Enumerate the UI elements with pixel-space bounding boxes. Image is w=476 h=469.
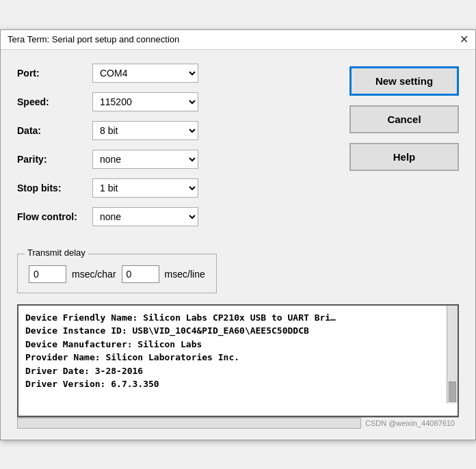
window-title: Tera Term: Serial port setup and connect… — [8, 34, 179, 44]
device-info-line2: Device Instance ID: USB\VID_10C4&PID_EA6… — [25, 324, 437, 338]
msec-char-label: msec/char — [72, 269, 116, 280]
transmit-delay-section: Transmit delay msec/char msec/line — [17, 254, 217, 293]
parity-row: Parity: none — [17, 150, 333, 169]
cancel-button[interactable]: Cancel — [349, 105, 459, 133]
stop-bits-row: Stop bits: 1 bit — [17, 178, 333, 198]
msec-char-row: msec/char msec/line — [29, 265, 205, 283]
device-info-line3: Device Manufacturer: Silicon Labs — [25, 338, 437, 351]
flow-control-select[interactable]: none — [92, 207, 198, 226]
close-button[interactable]: ✕ — [460, 34, 468, 45]
stop-bits-label: Stop bits: — [17, 183, 92, 193]
button-group: New setting Cancel Help — [349, 64, 459, 236]
speed-select[interactable]: 115200 — [92, 92, 198, 111]
form-section: Port: COM4 Speed: 115200 Data: 8 bit — [17, 64, 459, 236]
device-info-line5: Driver Date: 3-28-2016 — [25, 364, 437, 378]
watermark-row: CSDN @weixin_44087610 — [17, 417, 459, 429]
port-label: Port: — [17, 68, 92, 79]
speed-row: Speed: 115200 — [17, 92, 333, 111]
parity-select[interactable]: none — [92, 150, 198, 169]
transmit-delay-legend: Transmit delay — [25, 247, 88, 258]
device-info-line6: Driver Version: 6.7.3.350 — [25, 377, 437, 391]
msec-line-label: msec/line — [165, 269, 205, 280]
msec-line-input[interactable] — [122, 265, 159, 283]
scrollbar-thumb[interactable] — [449, 381, 456, 402]
flow-control-label: Flow control: — [17, 211, 92, 222]
content-area: Port: COM4 Speed: 115200 Data: 8 bit — [1, 50, 475, 440]
new-setting-button[interactable]: New setting — [349, 66, 459, 96]
horizontal-scrollbar[interactable] — [17, 418, 361, 429]
main-window: Tera Term: Serial port setup and connect… — [0, 29, 476, 440]
device-info-line1: Device Friendly Name: Silicon Labs CP210… — [25, 311, 437, 325]
port-row: Port: COM4 — [17, 64, 333, 83]
flow-control-row: Flow control: none — [17, 207, 333, 226]
form-fields: Port: COM4 Speed: 115200 Data: 8 bit — [17, 64, 333, 236]
vertical-scrollbar[interactable] — [447, 306, 458, 403]
data-label: Data: — [17, 125, 92, 136]
msec-char-input[interactable] — [29, 265, 66, 283]
data-row: Data: 8 bit — [17, 121, 333, 140]
stop-bits-select[interactable]: 1 bit — [92, 178, 198, 198]
port-select[interactable]: COM4 — [92, 64, 198, 83]
help-button[interactable]: Help — [349, 143, 459, 171]
device-info-box: Device Friendly Name: Silicon Labs CP210… — [17, 304, 459, 417]
speed-label: Speed: — [17, 96, 92, 107]
title-bar: Tera Term: Serial port setup and connect… — [1, 30, 475, 50]
parity-label: Parity: — [17, 154, 92, 165]
data-select[interactable]: 8 bit — [92, 121, 198, 140]
device-info-line4: Provider Name: Silicon Laboratories Inc. — [25, 351, 437, 364]
watermark: CSDN @weixin_44087610 — [361, 418, 459, 429]
device-info-text: Device Friendly Name: Silicon Labs CP210… — [25, 311, 451, 391]
